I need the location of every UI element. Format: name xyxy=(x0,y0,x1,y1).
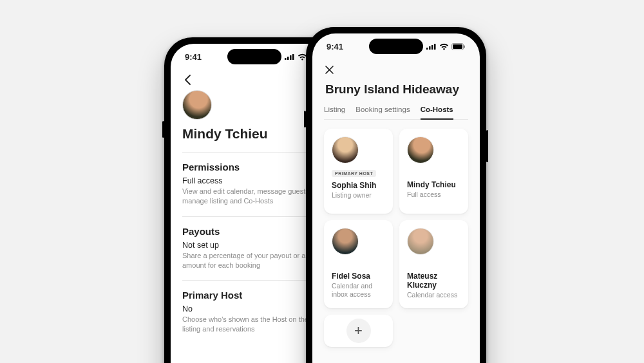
close-button[interactable] xyxy=(324,64,334,75)
svg-rect-7 xyxy=(426,48,428,50)
section-value: Full access xyxy=(182,176,327,185)
svg-rect-1 xyxy=(287,57,289,60)
user-name: Mindy Tchieu xyxy=(182,126,327,142)
section-primary-host[interactable]: Primary Host No Choose who's shown as th… xyxy=(182,280,327,334)
svg-rect-9 xyxy=(431,45,433,50)
phone-cohosts-list: 9:41 Bruny Island Hideaway Listing Booki… xyxy=(306,27,486,363)
listing-title: Bruny Island Hideaway xyxy=(325,82,468,97)
cohost-name: Mateusz Kluczny xyxy=(407,272,460,290)
cohost-card[interactable]: PRIMARY HOST Sophia Shih Listing owner xyxy=(324,129,393,214)
cohost-role: Full access xyxy=(407,191,460,199)
section-description: View and edit calendar, message guests, … xyxy=(182,187,327,206)
cohost-avatar xyxy=(407,136,434,163)
dynamic-island xyxy=(227,49,281,64)
cohost-name: Mindy Tchieu xyxy=(407,180,460,189)
svg-rect-0 xyxy=(285,58,287,60)
svg-rect-2 xyxy=(290,55,292,60)
cohost-avatar xyxy=(332,228,359,255)
section-permissions[interactable]: Permissions Full access View and edit ca… xyxy=(182,152,327,206)
tab-booking-settings[interactable]: Booking settings xyxy=(355,106,410,119)
chevron-left-icon xyxy=(184,75,191,85)
close-icon xyxy=(325,66,334,74)
back-button[interactable] xyxy=(182,75,193,85)
section-heading: Permissions xyxy=(182,162,327,172)
svg-rect-8 xyxy=(429,46,431,50)
tab-co-hosts[interactable]: Co-Hosts xyxy=(421,106,453,120)
cohost-name: Fidel Sosa xyxy=(332,272,385,281)
status-indicators xyxy=(426,43,466,50)
cohost-avatar xyxy=(407,228,434,255)
status-time: 9:41 xyxy=(185,52,202,62)
section-payouts[interactable]: Payouts Not set up Share a percentage of… xyxy=(182,216,327,270)
cohost-card[interactable]: Mindy Tchieu Full access xyxy=(399,129,468,214)
tab-listing[interactable]: Listing xyxy=(324,106,345,119)
cohost-card[interactable]: Fidel Sosa Calendar and inbox access xyxy=(324,220,393,308)
cohost-name: Sophia Shih xyxy=(332,181,385,190)
status-time: 9:41 xyxy=(327,42,343,51)
cellular-icon xyxy=(426,43,437,50)
section-value: Not set up xyxy=(182,241,327,250)
svg-rect-13 xyxy=(464,45,466,48)
cohost-role: Calendar access xyxy=(407,291,460,299)
primary-host-badge: PRIMARY HOST xyxy=(332,170,376,177)
svg-rect-3 xyxy=(292,54,294,60)
cohost-role: Calendar and inbox access xyxy=(332,282,385,299)
cohost-grid: PRIMARY HOST Sophia Shih Listing owner M… xyxy=(324,129,468,347)
wifi-icon xyxy=(439,43,449,50)
section-heading: Primary Host xyxy=(182,290,327,301)
plus-icon: + xyxy=(346,319,371,343)
cohost-card[interactable]: Mateusz Kluczny Calendar access xyxy=(399,220,468,308)
cohost-role: Listing owner xyxy=(332,191,385,200)
section-description: Choose who's shown as the Host on the li… xyxy=(182,315,327,334)
section-value: No xyxy=(182,304,327,313)
svg-rect-12 xyxy=(453,44,462,49)
svg-rect-10 xyxy=(434,44,436,50)
tab-bar: Listing Booking settings Co-Hosts xyxy=(324,106,468,120)
section-heading: Payouts xyxy=(182,226,327,237)
dynamic-island xyxy=(369,39,423,54)
user-avatar xyxy=(182,90,212,120)
cellular-icon xyxy=(285,53,295,60)
add-cohost-button[interactable]: + xyxy=(324,315,393,347)
section-description: Share a percentage of your payout or a f… xyxy=(182,251,327,270)
cohost-avatar xyxy=(332,136,359,163)
battery-icon xyxy=(451,43,466,50)
